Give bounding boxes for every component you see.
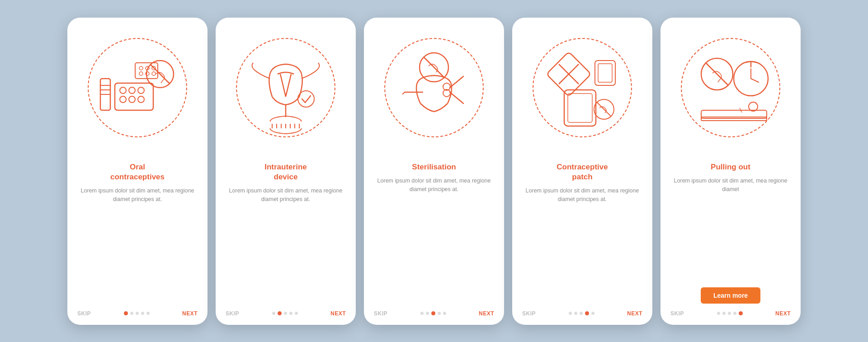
pagination-dots [420, 311, 446, 315]
illustration-sterilisation [364, 18, 504, 158]
screen-content: Intrauterine device Lorem ipsum dolor si… [216, 158, 356, 306]
screen-title: Sterilisation [374, 162, 494, 172]
svg-line-34 [402, 92, 405, 94]
dot-1 [124, 311, 128, 315]
pagination-dots [124, 311, 150, 315]
screen-content: Oral contraceptives Lorem ipsum dolor si… [67, 158, 208, 306]
screen-sterilisation: Sterilisation Lorem ipsum dolor sit dim … [364, 18, 504, 325]
screen-body: Lorem ipsum dolor sit dim amet, mea regi… [670, 177, 791, 283]
dot-5 [146, 312, 150, 315]
svg-point-19 [152, 72, 156, 75]
dot-2 [130, 312, 133, 315]
screen-intrauterine-device: Intrauterine device Lorem ipsum dolor si… [216, 18, 356, 325]
screen-title: Pulling out [670, 162, 791, 172]
dot-4 [438, 312, 441, 315]
dot-5 [443, 312, 446, 315]
dot-3 [431, 311, 435, 315]
svg-point-10 [138, 96, 144, 103]
screen-footer: SKIP NEXT [660, 306, 801, 325]
patch-svg [528, 33, 637, 142]
dot-4 [141, 312, 144, 315]
skip-button[interactable]: SKIP [522, 310, 536, 317]
next-button[interactable]: NEXT [775, 310, 791, 317]
pagination-dots [272, 311, 298, 315]
screen-title: Oral contraceptives [77, 162, 198, 182]
pagination-dots [569, 311, 594, 315]
illustration-iud [216, 18, 356, 158]
svg-point-9 [129, 96, 135, 103]
dot-5 [295, 312, 298, 315]
screen-body: Lorem ipsum dolor sit dim amet, mea regi… [522, 187, 642, 306]
next-button[interactable]: NEXT [330, 310, 346, 317]
next-button[interactable]: NEXT [627, 310, 642, 317]
svg-line-30 [424, 57, 444, 78]
dot-2 [574, 312, 577, 315]
oral-contraceptives-svg [83, 33, 192, 142]
svg-point-17 [139, 72, 143, 75]
dot-5 [739, 311, 743, 315]
svg-line-45 [706, 63, 728, 85]
screen-footer: SKIP NEXT [67, 306, 208, 325]
dot-2 [722, 312, 726, 315]
dot-1 [569, 312, 572, 315]
skip-button[interactable]: SKIP [374, 310, 387, 317]
skip-button[interactable]: SKIP [670, 310, 684, 317]
screens-container: Oral contraceptives Lorem ipsum dolor si… [49, 4, 819, 338]
screen-content: Sterilisation Lorem ipsum dolor sit dim … [364, 158, 504, 306]
dot-2 [426, 312, 429, 315]
pagination-dots [717, 311, 743, 315]
dot-4 [289, 312, 292, 315]
dot-1 [272, 312, 275, 315]
svg-point-7 [138, 87, 144, 94]
screen-contraceptive-patch: Contraceptive patch Lorem ipsum dolor si… [512, 18, 652, 325]
svg-point-6 [129, 87, 135, 94]
svg-point-14 [139, 66, 143, 70]
next-button[interactable]: NEXT [182, 310, 198, 317]
pulling-out-svg [676, 33, 785, 142]
screen-title: Intrauterine device [226, 162, 346, 182]
sterilisation-svg [380, 33, 488, 142]
svg-point-5 [120, 87, 126, 94]
dot-4 [585, 311, 589, 315]
dot-2 [278, 311, 282, 315]
svg-line-12 [151, 65, 170, 84]
next-button[interactable]: NEXT [479, 310, 494, 317]
illustration-oral-contraceptives [67, 18, 208, 158]
screen-body: Lorem ipsum dolor sit dim amet, mea regi… [374, 177, 494, 306]
svg-line-51 [751, 79, 759, 82]
screen-body: Lorem ipsum dolor sit dim amet, mea regi… [77, 187, 198, 306]
screen-pulling-out: Pulling out Lorem ipsum dolor sit dim am… [660, 18, 801, 325]
screen-body: Lorem ipsum dolor sit dim amet, mea regi… [226, 187, 346, 306]
illustration-patch [512, 18, 652, 158]
dot-3 [284, 312, 287, 315]
screen-footer: SKIP NEXT [364, 306, 504, 325]
learn-more-button[interactable]: Learn more [701, 287, 760, 304]
screen-oral-contraceptives: Oral contraceptives Lorem ipsum dolor si… [67, 18, 208, 325]
svg-rect-39 [568, 94, 592, 122]
dot-5 [591, 312, 594, 315]
dot-4 [733, 312, 736, 315]
dot-1 [420, 312, 424, 315]
skip-button[interactable]: SKIP [226, 310, 239, 317]
screen-title: Contraceptive patch [522, 162, 642, 182]
screen-footer: SKIP NEXT [512, 306, 652, 325]
dot-1 [717, 312, 720, 315]
screen-content: Pulling out Lorem ipsum dolor sit dim am… [660, 158, 801, 306]
screen-footer: SKIP NEXT [216, 306, 356, 325]
skip-button[interactable]: SKIP [77, 310, 91, 317]
dot-3 [728, 312, 731, 315]
screen-content: Contraceptive patch Lorem ipsum dolor si… [512, 158, 652, 306]
dot-3 [580, 312, 583, 315]
svg-point-8 [120, 96, 126, 103]
dot-3 [136, 312, 139, 315]
svg-point-21 [298, 91, 314, 107]
svg-line-41 [597, 102, 611, 117]
svg-rect-43 [598, 64, 612, 82]
illustration-pulling-out [660, 18, 801, 158]
iud-svg [231, 33, 340, 142]
